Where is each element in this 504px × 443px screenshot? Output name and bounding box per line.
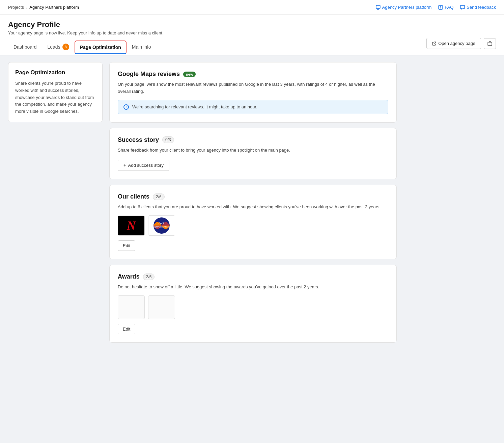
page-header: Agency Profile Your agency page is now l…: [0, 15, 504, 55]
okr-logo-bg: OKR OBJECTIVES KEY RESULTS: [148, 216, 175, 235]
page-subtitle: Your agency page is now live. Keep your …: [8, 30, 325, 35]
breadcrumb-separator: ›: [26, 5, 27, 10]
breadcrumb-projects[interactable]: Projects: [8, 5, 24, 10]
page-title: Agency Profile: [8, 20, 325, 29]
tab-leads-label: Leads: [48, 44, 60, 50]
awards-section: Awards 2/6 Do not hesitate to show off a…: [109, 265, 397, 343]
clients-edit-button[interactable]: Edit: [118, 240, 135, 251]
screen-icon: [376, 5, 381, 10]
our-clients-count: 2/6: [153, 193, 165, 200]
svg-text:OBJECTIVES KEY RESULTS: OBJECTIVES KEY RESULTS: [153, 226, 170, 228]
okr-svg: OKR OBJECTIVES KEY RESULTS: [153, 217, 170, 234]
award-placeholder-2: [148, 295, 175, 319]
success-story-text: Share feedback from your client to bring…: [118, 147, 388, 154]
faq-label: FAQ: [445, 5, 453, 10]
top-bar: Projects › Agency Partners platform Agen…: [0, 0, 504, 15]
success-story-header: Success story 0/3: [118, 136, 388, 144]
awards-text: Do not hesitate to show off a little. We…: [118, 284, 388, 291]
client-logo-okr: OKR OBJECTIVES KEY RESULTS: [148, 215, 175, 236]
svg-text:OKR: OKR: [159, 222, 165, 225]
tab-page-optimization[interactable]: Page Optimization: [75, 41, 127, 54]
left-panel-text: Share clients you're proud to have worke…: [15, 80, 95, 115]
client-logo-netflix: N: [118, 215, 145, 236]
awards-count: 2/6: [143, 273, 155, 280]
agency-platform-label: Agency Partners platform: [382, 5, 432, 10]
chat-icon: [460, 5, 465, 10]
success-story-count: 0/3: [162, 136, 174, 143]
our-clients-title: Our clients: [118, 193, 149, 200]
send-feedback-label: Send feedback: [467, 5, 496, 10]
faq-link[interactable]: ? FAQ: [438, 5, 453, 10]
clock-icon: [123, 104, 129, 110]
our-clients-text: Add up to 6 clients that you are proud t…: [118, 204, 388, 211]
add-success-story-label: Add success story: [128, 163, 164, 168]
google-maps-section: Google Maps reviews new On your page, we…: [109, 62, 397, 123]
google-maps-info-text: We're searching for relevant reviews. It…: [132, 104, 257, 109]
tabs: Dashboard Leads 8 Page Optimization Main…: [8, 40, 496, 55]
left-panel: Page Optimization Share clients you're p…: [8, 62, 103, 343]
leads-badge: 8: [62, 44, 69, 50]
svg-rect-5: [488, 42, 492, 46]
main-content: Page Optimization Share clients you're p…: [0, 55, 405, 349]
tab-main-info[interactable]: Main info: [127, 40, 157, 54]
success-story-section: Success story 0/3 Share feedback from yo…: [109, 128, 397, 180]
google-maps-header: Google Maps reviews new: [118, 71, 388, 78]
left-panel-title: Page Optimization: [15, 69, 95, 76]
question-icon: ?: [438, 5, 443, 10]
award-placeholder-1: [118, 295, 145, 319]
tab-main-info-label: Main info: [132, 44, 151, 50]
tab-dashboard-label: Dashboard: [13, 44, 37, 50]
google-maps-text: On your page, we'll show the most releva…: [118, 81, 388, 95]
breadcrumb: Projects › Agency Partners platform: [8, 5, 79, 10]
awards-header: Awards 2/6: [118, 273, 388, 280]
awards-title: Awards: [118, 273, 140, 280]
google-maps-new-badge: new: [183, 72, 196, 77]
left-card: Page Optimization Share clients you're p…: [8, 62, 103, 122]
share-button[interactable]: [484, 38, 496, 49]
our-clients-section: Our clients 2/6 Add up to 6 clients that…: [109, 185, 397, 259]
tab-dashboard[interactable]: Dashboard: [8, 40, 42, 54]
add-success-story-button[interactable]: + Add success story: [118, 160, 169, 171]
netflix-n: N: [127, 218, 136, 233]
clients-edit-label: Edit: [123, 243, 130, 248]
our-clients-header: Our clients 2/6: [118, 193, 388, 200]
client-logos: N OKR OBJECTIVES KEY RESULTS: [118, 215, 388, 236]
success-story-title: Success story: [118, 136, 159, 144]
plus-icon: +: [123, 163, 126, 168]
right-panel: Google Maps reviews new On your page, we…: [109, 62, 397, 343]
open-agency-label: Open agency page: [438, 41, 475, 46]
open-agency-button[interactable]: Open agency page: [426, 38, 481, 49]
tab-leads[interactable]: Leads 8: [42, 40, 75, 55]
send-feedback-link[interactable]: Send feedback: [460, 5, 496, 10]
svg-rect-0: [376, 5, 380, 8]
awards-edit-label: Edit: [123, 327, 130, 332]
google-maps-info-box: We're searching for relevant reviews. It…: [118, 100, 388, 114]
header-actions: Open agency page: [426, 38, 496, 49]
top-links: Agency Partners platform ? FAQ Send feed…: [376, 5, 496, 10]
award-placeholders: [118, 295, 388, 319]
awards-edit-button[interactable]: Edit: [118, 324, 135, 334]
share-icon: [487, 41, 492, 46]
agency-platform-link[interactable]: Agency Partners platform: [376, 5, 432, 10]
svg-text:?: ?: [440, 6, 442, 9]
netflix-logo-bg: N: [118, 216, 144, 235]
google-maps-title: Google Maps reviews: [118, 71, 180, 78]
external-link-icon: [432, 42, 436, 46]
breadcrumb-current: Agency Partners platform: [29, 5, 79, 10]
tab-page-optimization-label: Page Optimization: [80, 45, 121, 50]
